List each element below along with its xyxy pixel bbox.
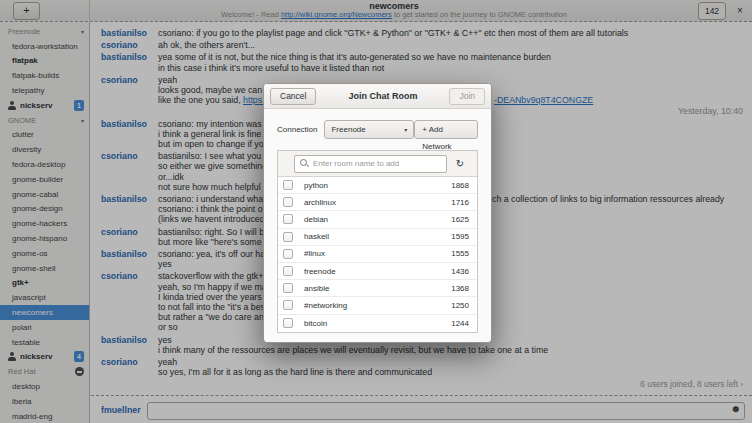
room-checkbox[interactable] bbox=[283, 318, 293, 328]
refresh-icon[interactable]: ↻ bbox=[447, 158, 473, 169]
chevron-down-icon: ▾ bbox=[404, 126, 407, 133]
room-user-count: 1625 bbox=[451, 215, 469, 224]
cancel-button[interactable]: Cancel bbox=[270, 88, 316, 105]
room-search-input[interactable]: Enter room name to add bbox=[294, 155, 447, 173]
add-network-button[interactable]: + Add Network bbox=[414, 120, 478, 139]
room-row[interactable]: archlinux1716 bbox=[278, 194, 477, 211]
connection-value: Freenode bbox=[331, 125, 365, 134]
room-row[interactable]: haskell1595 bbox=[278, 229, 477, 246]
room-row[interactable]: #networking1250 bbox=[278, 297, 477, 314]
polari-window: + newcomers Welcome! - Read http://wiki.… bbox=[0, 0, 752, 423]
room-user-count: 1436 bbox=[451, 267, 469, 276]
room-name: #networking bbox=[304, 301, 347, 310]
room-row[interactable]: python1868 bbox=[278, 177, 477, 194]
room-name: #linux bbox=[304, 249, 325, 258]
room-checkbox[interactable] bbox=[283, 283, 293, 293]
search-placeholder: Enter room name to add bbox=[313, 159, 399, 168]
room-row[interactable]: debian1625 bbox=[278, 211, 477, 228]
room-checkbox[interactable] bbox=[283, 249, 293, 259]
dialog-body: Connection Freenode ▾ + Add Network Ente… bbox=[264, 109, 491, 342]
room-name: archlinux bbox=[304, 198, 336, 207]
room-name: python bbox=[304, 181, 328, 190]
room-user-count: 1555 bbox=[451, 249, 469, 258]
room-list: python1868 archlinux1716 debian1625 hask… bbox=[278, 176, 477, 332]
room-row[interactable]: bitcoin1244 bbox=[278, 315, 477, 332]
room-user-count: 1250 bbox=[451, 301, 469, 310]
room-row[interactable]: #linux1555 bbox=[278, 246, 477, 263]
room-checkbox[interactable] bbox=[283, 197, 293, 207]
room-checkbox[interactable] bbox=[283, 232, 293, 242]
room-name: haskell bbox=[304, 232, 329, 241]
room-name: freenode bbox=[304, 267, 336, 276]
join-chat-room-dialog: Cancel Join Chat Room Join Connection Fr… bbox=[263, 83, 492, 343]
room-name: bitcoin bbox=[304, 319, 327, 328]
connection-row: Connection Freenode ▾ + Add Network bbox=[277, 120, 478, 139]
room-row[interactable]: freenode1436 bbox=[278, 263, 477, 280]
join-button[interactable]: Join bbox=[449, 88, 485, 105]
room-user-count: 1716 bbox=[451, 198, 469, 207]
room-user-count: 1244 bbox=[451, 319, 469, 328]
room-name: ansible bbox=[304, 284, 329, 293]
search-icon bbox=[300, 159, 309, 168]
room-user-count: 1868 bbox=[451, 181, 469, 190]
room-name: debian bbox=[304, 215, 328, 224]
room-checkbox[interactable] bbox=[283, 180, 293, 190]
room-search-frame: Enter room name to add ↻ python1868 arch… bbox=[277, 150, 478, 333]
connection-label: Connection bbox=[277, 125, 317, 134]
connection-dropdown[interactable]: Freenode ▾ bbox=[324, 120, 414, 139]
dialog-header: Cancel Join Chat Room Join bbox=[264, 84, 491, 109]
room-user-count: 1368 bbox=[451, 284, 469, 293]
dialog-title: Join Chat Room bbox=[316, 91, 449, 101]
room-user-count: 1595 bbox=[451, 232, 469, 241]
room-checkbox[interactable] bbox=[283, 214, 293, 224]
room-checkbox[interactable] bbox=[283, 300, 293, 310]
room-row[interactable]: ansible1368 bbox=[278, 280, 477, 297]
room-checkbox[interactable] bbox=[283, 266, 293, 276]
